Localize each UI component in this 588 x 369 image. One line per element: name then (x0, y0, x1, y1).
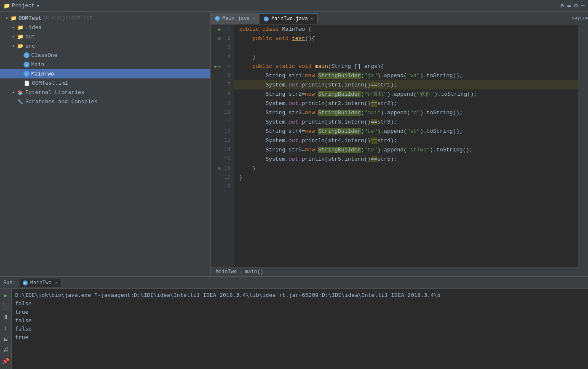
tab-bar: C Main.java × C MainTwo.java × (211, 12, 578, 24)
classone-label: ClassOne (31, 52, 57, 59)
tab-main-java[interactable]: C Main.java × (211, 13, 259, 24)
fav-btn-1[interactable]: Favorites (579, 13, 588, 22)
out-label: out (25, 34, 35, 40)
scratches-label: Scratches and Consoles (25, 99, 98, 105)
folder-icon: 📁 (3, 3, 10, 9)
java-classone-icon: C (24, 52, 29, 58)
dropdown-arrow: ▾ (37, 3, 40, 9)
tab-maintwo-java-label: MainTwo.java (271, 16, 307, 22)
run-output[interactable]: D:\IDE\jdk\bin\java.exe "-javaagent:D:\I… (12, 289, 588, 369)
breadcrumb-sep: › (239, 269, 242, 275)
folder-oomtest-icon: 📁 (10, 15, 17, 22)
run-stop-btn[interactable]: ⬛ (1, 302, 11, 311)
tree-item-src[interactable]: 📂 src (0, 41, 210, 51)
output-line-3: false (15, 316, 585, 324)
tab-maintwo-java-icon: C (264, 16, 269, 22)
code-line-2: public void test(){ (234, 34, 578, 43)
tree-view: 📁 OOMTest D:\caiji\OOMTest 📁 .idea 📁 out… (0, 12, 210, 276)
code-line-4: } (234, 52, 578, 62)
code-line-8: String str2=new StringBuilder("计算机").app… (234, 89, 578, 99)
tree-item-idea[interactable]: 📁 .idea (0, 23, 210, 32)
folder-idea-icon: 📁 (17, 24, 24, 31)
tab-main-java-label: Main.java (222, 16, 250, 22)
code-line-5: public static void main(String [] args){ (234, 62, 578, 71)
code-line-15: System.out.println(str5.intern()==str5); (234, 154, 578, 164)
sync-icon[interactable]: ⇌ (567, 2, 571, 9)
tab-maintwo-java[interactable]: C MainTwo.java × (259, 13, 318, 24)
iml-icon: 📄 (24, 80, 30, 86)
tab-main-java-icon: C (215, 16, 220, 21)
output-line-5: true (15, 333, 585, 341)
code-line-12: String str4=new StringBuilder("te").appe… (234, 127, 578, 136)
tree-item-iml[interactable]: 📄 OOMTest.iml (0, 78, 210, 88)
run-toolbar: ▶ ⬛ ⏸ ↕ ⊟ 🖨 📌 (0, 289, 12, 369)
run-tab-close[interactable]: × (55, 280, 58, 286)
favorites-strip: Favorites (578, 12, 588, 276)
code-line-11: System.out.println(str3.intern()==str3); (234, 117, 578, 127)
run-label: Run: (3, 280, 16, 286)
tree-item-oomtest[interactable]: 📁 OOMTest D:\caiji\OOMTest (0, 13, 210, 23)
code-line-6: String str1=new StringBuilder("ja").appe… (234, 71, 578, 80)
run-tab-maintwo[interactable]: C MainTwo × (19, 279, 61, 287)
code-line-17: } (234, 173, 578, 182)
main-label: Main (31, 62, 44, 68)
output-line-4: false (15, 324, 585, 333)
output-line-cmd: D:\IDE\jdk\bin\java.exe "-javaagent:D:\I… (15, 291, 585, 299)
oomtest-label: OOMTest (19, 15, 42, 22)
code-area[interactable]: public class MainTwo { public void test(… (234, 24, 578, 267)
sidebar: 📁 OOMTest D:\caiji\OOMTest 📁 .idea 📁 out… (0, 12, 211, 276)
folder-src-icon: 📂 (17, 43, 24, 49)
tree-item-main[interactable]: C Main (0, 60, 210, 69)
code-line-16: } (234, 164, 578, 173)
tab-main-java-close[interactable]: × (252, 16, 255, 21)
code-line-18 (234, 182, 578, 191)
code-line-3 (234, 43, 578, 52)
tree-item-extlibs[interactable]: 📚 External Libraries (0, 88, 210, 97)
breadcrumb-class: MainTwo (216, 269, 237, 275)
extlibs-label: External Libraries (25, 89, 84, 96)
run-print-btn[interactable]: 🖨 (1, 345, 11, 355)
code-line-13: System.out.println(str4.intern()==str4); (234, 136, 578, 145)
arrow-extlibs (10, 89, 17, 96)
iml-label: OOMTest.iml (32, 80, 68, 86)
run-panel: Run: C MainTwo × ▶ ⬛ ⏸ ↕ ⊟ 🖨 📌 D:\IDE\jd… (0, 276, 588, 369)
breadcrumb-method: main() (245, 269, 263, 275)
code-line-14: String str5=new StringBuilder("te").appe… (234, 145, 578, 154)
src-label: src (25, 43, 35, 49)
run-tab-bar: Run: C MainTwo × (0, 277, 588, 289)
arrow-src (10, 43, 17, 49)
run-collapse-btn[interactable]: ⊟ (1, 334, 11, 344)
oomtest-path: D:\caiji\OOMTest (44, 15, 93, 21)
output-line-1: false (15, 299, 585, 307)
minimize-icon[interactable]: — (581, 2, 585, 9)
editor-area: C Main.java × C MainTwo.java × ▶1 ⊟2 3 4… (211, 12, 578, 276)
tree-item-scratches[interactable]: 🔧 Scratches and Consoles (0, 97, 210, 106)
run-tab-icon: C (23, 280, 28, 286)
run-rerun-btn[interactable]: ↕ (1, 323, 11, 333)
tree-item-out[interactable]: 📁 out (0, 32, 210, 41)
gutter: ▶1 ⊟2 3 4 ▶⊟5 6 7 8 9 10 11 12 13 14 15 … (211, 24, 234, 267)
code-line-10: String str3=new StringBuilder("mai").app… (234, 108, 578, 117)
output-line-2: true (15, 307, 585, 316)
arrow-out (10, 33, 17, 40)
settings-icon[interactable]: ⚙ (574, 2, 577, 9)
java-main-icon: C (24, 62, 29, 67)
run-tab-label: MainTwo (30, 280, 51, 286)
title-bar: 📁 Project ▾ ⊕ ⇌ ⚙ — (0, 0, 588, 12)
tree-item-classone[interactable]: C ClassOne (0, 51, 210, 60)
maintwo-label: MainTwo (31, 71, 54, 77)
idea-label: .idea (25, 24, 42, 31)
tree-item-maintwo[interactable]: C MainTwo (0, 69, 210, 78)
tab-maintwo-java-close[interactable]: × (310, 16, 313, 22)
add-icon[interactable]: ⊕ (560, 2, 564, 9)
code-line-9: System.out.println(str2.intern()==str2); (234, 99, 578, 108)
run-play-btn[interactable]: ▶ (1, 291, 11, 300)
run-pause-btn[interactable]: ⏸ (1, 312, 11, 322)
editor-content: ▶1 ⊟2 3 4 ▶⊟5 6 7 8 9 10 11 12 13 14 15 … (211, 24, 578, 267)
arrow-idea (10, 24, 17, 31)
extlibs-icon: 📚 (17, 89, 24, 96)
code-line-7: System.out.println(str1.intern()==str1); (234, 80, 578, 89)
run-pin-btn[interactable]: 📌 (1, 356, 11, 366)
project-label[interactable]: 📁 Project ▾ (3, 3, 40, 9)
java-maintwo-icon: C (24, 71, 29, 77)
